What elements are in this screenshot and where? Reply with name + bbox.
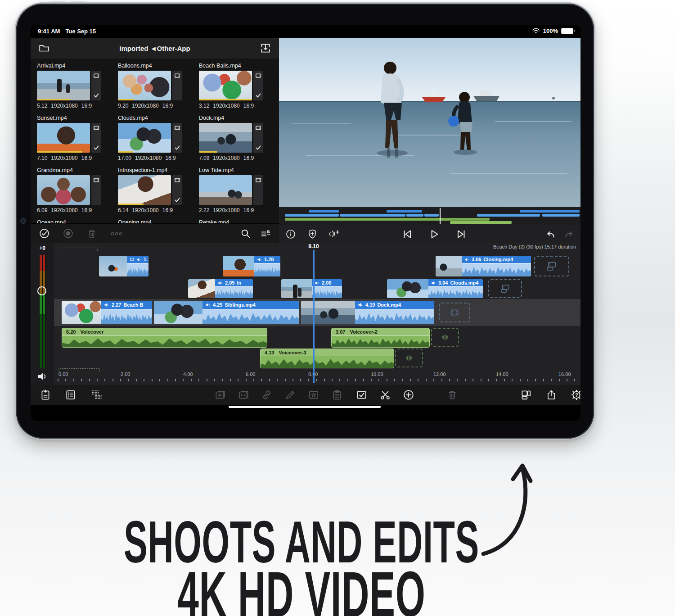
play-button[interactable]: [428, 228, 440, 240]
selection-hint: [61, 248, 98, 251]
add-clip-button[interactable]: [214, 389, 226, 401]
more-options-icon[interactable]: [110, 228, 123, 239]
audio-drop-target[interactable]: [431, 328, 459, 347]
timeline-clip-voiceover-2[interactable]: 3.07Voiceover-2: [331, 328, 430, 348]
timeline-clip-beach-balls[interactable]: 2.27Beach B: [62, 301, 152, 324]
clip-filename: Clouds.mp4: [118, 115, 192, 121]
clip-thumbnail[interactable]: [199, 123, 252, 153]
ruler-label: 16.00: [558, 371, 571, 377]
ruler-label: 4.00: [183, 371, 193, 377]
playhead-time: 8.10: [308, 243, 319, 249]
speaker-icon[interactable]: [37, 371, 48, 382]
audio-mixer-button[interactable]: [90, 389, 104, 401]
clip-thumbnail[interactable]: [118, 175, 171, 205]
edit-pencil-button[interactable]: [284, 389, 296, 401]
import-button[interactable]: [259, 42, 272, 54]
bottom-toolbar: [31, 385, 580, 405]
arrow-annotation: [476, 458, 544, 562]
redo-button[interactable]: [563, 229, 575, 240]
media-clip-item[interactable]: Low Tide.mp4 2.221920x108016:9: [199, 167, 273, 213]
video-drop-target[interactable]: [439, 303, 470, 322]
clipboard-button[interactable]: [331, 389, 343, 401]
timeline-clip-untitled[interactable]: 2.00: [281, 279, 342, 298]
video-preview-panel: [279, 38, 580, 243]
clip-thumbnail[interactable]: [37, 175, 90, 205]
delete-clip-button[interactable]: [446, 389, 458, 401]
split-scissors-button[interactable]: [379, 389, 391, 401]
clip-check-icon: [255, 145, 261, 151]
media-clip-item[interactable]: Balloons.mp4 9.201920x108016:9: [118, 63, 192, 109]
media-clip-item[interactable]: Dock.mp4 7.091920x108016:9: [199, 115, 273, 161]
share-export-button[interactable]: [545, 389, 557, 401]
media-clip-item[interactable]: Introspection-1.mp4 6.141920x108016:9: [118, 167, 192, 213]
settings-help-button[interactable]: [571, 389, 580, 401]
add-audio-ducking-icon[interactable]: [328, 229, 340, 240]
timeline-clip-introspection[interactable]: 2.05In: [188, 279, 253, 298]
source-folder-button[interactable]: [38, 42, 50, 54]
skip-back-button[interactable]: [401, 228, 413, 240]
clip-thumbnail[interactable]: [118, 71, 171, 100]
video-drop-target[interactable]: [534, 256, 569, 276]
undo-button[interactable]: [544, 229, 556, 240]
storyboard-button[interactable]: [65, 389, 76, 401]
speaker-icon: [431, 281, 436, 285]
add-marker-icon[interactable]: [307, 229, 318, 240]
skip-forward-button[interactable]: [455, 228, 467, 240]
media-badge-icon: [130, 257, 134, 262]
media-clip-item[interactable]: Arrival.mp4 5.121920x108016:9: [37, 63, 111, 109]
multi-select-button[interactable]: [39, 228, 50, 239]
clip-metadata: 6.091920x108016:9: [37, 207, 111, 213]
timeline-canvas[interactable]: 8.10 Beach Day (2) (30 fps) 15.17 durati…: [54, 243, 580, 385]
playhead[interactable]: [313, 250, 315, 383]
clip-side-rail: [253, 175, 263, 205]
search-icon[interactable]: [240, 228, 251, 239]
media-badge-icon: [93, 125, 99, 131]
overview-playhead[interactable]: [440, 208, 441, 224]
sort-icon[interactable]: [260, 228, 272, 239]
timeline-clip-dock[interactable]: 4.19Dock.mp4: [301, 301, 434, 324]
preview-frame[interactable]: [279, 38, 580, 207]
timeline-clip-sunset[interactable]: 1.28: [223, 256, 280, 276]
media-clip-item[interactable]: Sunset.mp4 7.101920x108016:9: [37, 115, 111, 161]
record-button[interactable]: [63, 228, 74, 239]
select-clips-button[interactable]: [356, 389, 368, 401]
add-circle-button[interactable]: [403, 389, 414, 401]
clip-thumbnail[interactable]: [37, 123, 90, 153]
project-info: Beach Day (2) (30 fps) 15.17 duration: [493, 244, 576, 249]
timeline-ruler[interactable]: 0.00 2.00 4.00 6.00 8.00 10.00 12.00 14.…: [54, 370, 580, 384]
audio-drop-target[interactable]: [395, 349, 423, 367]
media-badge-icon: [93, 177, 99, 183]
video-drop-target[interactable]: [488, 279, 522, 298]
timeline-panel: +0 8.10 Beach Day (2) (30 fps) 15.17 dur…: [31, 243, 580, 385]
clip-thumbnail[interactable]: [199, 71, 252, 100]
transition-button[interactable]: [238, 389, 249, 401]
clip-side-rail: [172, 175, 182, 205]
trash-button[interactable]: [86, 228, 97, 239]
media-clip-item[interactable]: Beach Balls.mp4 3.121920x108016:9: [199, 63, 273, 109]
media-clip-item[interactable]: Grandma.mp4 6.091920x108016:9: [37, 167, 111, 213]
add-project-button[interactable]: [40, 389, 51, 401]
audio-meter-column: +0: [31, 243, 54, 385]
wifi-icon: [532, 28, 540, 34]
clip-thumbnail[interactable]: [199, 175, 252, 205]
timeline-clip-siblings[interactable]: 4.25Siblings.mp4: [154, 301, 299, 324]
timeline-clip-closing[interactable]: 3.06Closing.mp4: [436, 256, 531, 276]
timeline-clip-voiceover[interactable]: 6.20Voiceover: [62, 328, 267, 348]
link-clips-button[interactable]: [261, 389, 273, 401]
clip-metadata: 2.221920x108016:9: [199, 207, 273, 213]
media-clip-item[interactable]: Clouds.mp4 17.001920x108016:9: [118, 115, 192, 161]
timeline-clip-opening[interactable]: 1.19Oper: [99, 256, 148, 276]
effects-star-button[interactable]: [308, 389, 320, 401]
library-toolbar: [31, 223, 279, 243]
timeline-clip-clouds[interactable]: 3.04Clouds.mp4: [387, 279, 483, 298]
ipad-device: 9:41 AM Tue Sep 15 100% Imported ◄Other-…: [16, 4, 594, 439]
home-indicator[interactable]: [229, 406, 381, 408]
clip-thumbnail[interactable]: [37, 71, 90, 100]
timeline-clip-voiceover-3[interactable]: 4.13Voiceover-3: [260, 349, 394, 368]
info-icon[interactable]: [285, 229, 296, 240]
clip-side-rail: [91, 175, 101, 205]
layout-button[interactable]: [520, 389, 532, 401]
timeline-overview[interactable]: [279, 207, 580, 225]
clip-thumbnail[interactable]: [118, 123, 171, 153]
volume-knob[interactable]: [37, 286, 46, 295]
